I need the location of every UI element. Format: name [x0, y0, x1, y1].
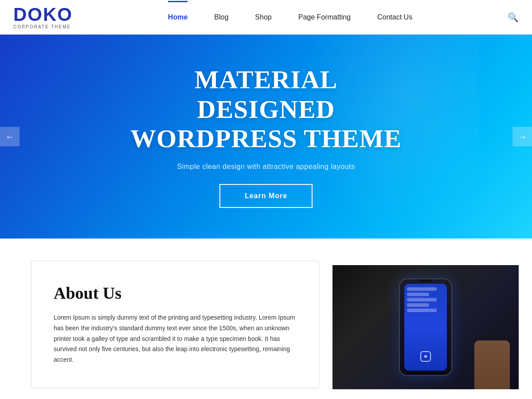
search-icon[interactable]: 🔍: [508, 12, 519, 23]
phone-screen-line: [407, 303, 429, 307]
nav-item-home[interactable]: Home: [168, 13, 188, 21]
phone-screen-line: [407, 298, 437, 301]
logo-name: DOKO: [13, 5, 73, 24]
hero-prev-button[interactable]: ←: [0, 127, 20, 146]
hero-title: MATERIAL DESIGNED WORDPRESS THEME: [129, 65, 403, 154]
phone-screen-line: [407, 309, 437, 312]
about-card: About Us Lorem Ipsum is simply dummy tex…: [31, 261, 319, 388]
phone-mockup: [399, 278, 452, 376]
logo-subtitle: Corporate Theme: [13, 25, 73, 29]
hero-subtitle: Simple clean design with attractive appe…: [129, 163, 403, 171]
hero-section: ← MATERIAL DESIGNED WORDPRESS THEME Simp…: [0, 35, 532, 239]
instagram-icon: [420, 351, 431, 362]
phone-screen: [404, 284, 447, 371]
hand-shape: [474, 340, 510, 389]
instagram-dot: [424, 355, 427, 358]
hero-next-button[interactable]: →: [512, 127, 532, 146]
nav-item-shop[interactable]: Shop: [255, 13, 271, 21]
phone-notch: [419, 279, 432, 282]
logo[interactable]: DOKO Corporate Theme: [13, 5, 73, 29]
nav-item-blog[interactable]: Blog: [214, 13, 228, 21]
about-title: About Us: [54, 283, 297, 303]
main-nav: Home Blog Shop Page Formatting Contact U…: [168, 13, 412, 21]
hero-content: MATERIAL DESIGNED WORDPRESS THEME Simple…: [111, 65, 421, 208]
site-header: DOKO Corporate Theme Home Blog Shop Page…: [0, 0, 532, 35]
nav-item-page-formatting[interactable]: Page Formatting: [298, 13, 351, 21]
about-body: Lorem Ipsum is simply dummy text of the …: [54, 313, 297, 365]
hero-cta-button[interactable]: Learn More: [219, 184, 313, 208]
about-image: [332, 265, 519, 389]
phone-screen-line: [407, 293, 429, 296]
phone-screen-line: [407, 287, 437, 291]
nav-item-contact[interactable]: Contact Us: [377, 13, 412, 21]
about-section: About Us Lorem Ipsum is simply dummy tex…: [0, 239, 532, 399]
